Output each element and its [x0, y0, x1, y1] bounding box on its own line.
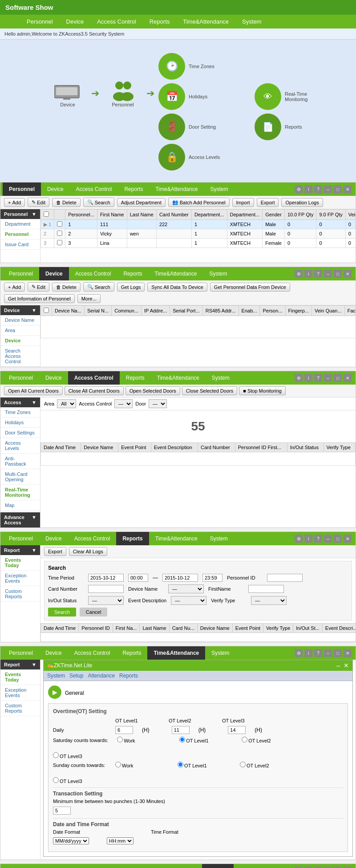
- from-date-input[interactable]: [88, 574, 124, 582]
- delete-button[interactable]: 🗑 Delete: [52, 198, 81, 207]
- rnav-personnel[interactable]: Personnel: [3, 532, 39, 545]
- first-name-input[interactable]: [248, 585, 284, 593]
- tnav-personnel[interactable]: Personnel: [3, 646, 39, 660]
- minimize-icon-t[interactable]: –: [324, 649, 332, 657]
- anav-device[interactable]: Device: [39, 371, 68, 385]
- sidebar-item-ta-exception[interactable]: Exception Events: [0, 685, 40, 701]
- tnav-reports[interactable]: Reports: [116, 646, 147, 660]
- gear-icon-r[interactable]: ⚙: [295, 535, 303, 543]
- tnav-ta[interactable]: Time&Attendance: [147, 646, 205, 660]
- verify-type-select[interactable]: —: [251, 596, 287, 605]
- snav-device[interactable]: Device: [39, 864, 68, 868]
- edit-button[interactable]: ✎ Edit: [28, 198, 49, 207]
- min-val-input[interactable]: [53, 807, 71, 815]
- get-info-button[interactable]: Get Information of Personnel: [4, 294, 75, 303]
- info-icon-r[interactable]: i: [304, 535, 312, 543]
- anav-personnel[interactable]: Personnel: [3, 371, 39, 385]
- close-icon-d[interactable]: ✕: [344, 270, 352, 278]
- nav-device-1[interactable]: Device: [66, 18, 84, 25]
- pnav-ta[interactable]: Time&Attendance: [149, 183, 204, 196]
- to-date-input[interactable]: [162, 574, 198, 582]
- tnav-access[interactable]: Access Control: [68, 646, 117, 660]
- maximize-icon-a[interactable]: □: [334, 374, 342, 382]
- sidebar-item-map[interactable]: Map: [0, 500, 40, 511]
- date-format-select[interactable]: MM/dd/yyyy: [53, 837, 89, 844]
- search-button[interactable]: 🔍 Search: [83, 198, 114, 207]
- sidebar-item-door-settings[interactable]: Door Settings: [0, 428, 40, 438]
- sidebar-item-department[interactable]: Department: [0, 219, 40, 229]
- snav-personnel[interactable]: Personnel: [3, 864, 39, 868]
- gear-icon-t[interactable]: ⚙: [295, 649, 303, 657]
- stop-monitoring-button[interactable]: ■ Stop Monitoring: [239, 386, 286, 395]
- sidebar-item-custom-reports[interactable]: Custom Reports: [0, 586, 40, 602]
- sidebar-group-report[interactable]: Report ▼: [0, 545, 40, 555]
- close-icon-t[interactable]: ✕: [344, 649, 352, 657]
- pnav-personnel[interactable]: Personnel: [3, 183, 41, 196]
- pnav-system[interactable]: System: [204, 183, 234, 196]
- nav-reports-1[interactable]: Reports: [150, 18, 170, 25]
- sidebar-item-ta-events[interactable]: Events Today: [0, 669, 40, 685]
- get-personnel-button[interactable]: Get Personnel Data From Device: [210, 283, 290, 292]
- sidebar-group-access[interactable]: Access ▼: [0, 397, 40, 407]
- question-icon-a[interactable]: ?: [314, 374, 322, 382]
- device-edit-button[interactable]: ✎ Edit: [28, 282, 49, 292]
- ta-popup-close[interactable]: ✕: [344, 662, 349, 669]
- sun-ot3-radio[interactable]: [53, 777, 59, 783]
- anav-reports[interactable]: Reports: [120, 371, 151, 385]
- rnav-ta[interactable]: Time&Attendance: [149, 532, 204, 545]
- ta-tab-system[interactable]: System: [47, 673, 65, 679]
- sat-work-radio[interactable]: [117, 737, 123, 742]
- question-icon-t[interactable]: ?: [314, 649, 322, 657]
- adjust-dept-button[interactable]: Adjust Department: [117, 198, 166, 207]
- rnav-reports[interactable]: Reports: [116, 532, 149, 545]
- close-selected-button[interactable]: Close Selected Doors: [182, 386, 237, 395]
- close-icon-a[interactable]: ✕: [344, 374, 352, 382]
- area-select[interactable]: All: [57, 399, 76, 408]
- minimize-icon-a[interactable]: –: [324, 374, 332, 382]
- dnav-system[interactable]: System: [203, 267, 233, 280]
- card-number-input[interactable]: [88, 585, 124, 593]
- sidebar-item-holidays[interactable]: Holidays: [0, 418, 40, 428]
- sidebar-item-exception-events[interactable]: Exception Events: [0, 571, 40, 586]
- sun-ot2-radio[interactable]: [240, 762, 246, 767]
- maximize-icon-t[interactable]: □: [334, 649, 342, 657]
- sync-all-button[interactable]: Sync All Data To Device: [147, 283, 207, 292]
- row-checkbox[interactable]: [57, 221, 62, 227]
- op-logs-button[interactable]: Operation Logs: [281, 198, 323, 207]
- sidebar-item-multi-card[interactable]: Multi-Card Opening: [0, 469, 40, 485]
- nav-ta-1[interactable]: Time&Attendance: [183, 18, 229, 25]
- info-icon-a[interactable]: i: [304, 374, 312, 382]
- clear-logs-button[interactable]: Clear All Logs: [69, 547, 107, 556]
- select-all-checkbox[interactable]: [44, 211, 49, 217]
- nav-access-1[interactable]: Access Control: [97, 18, 136, 25]
- sidebar-item-search-access[interactable]: Search Access Control: [0, 346, 40, 367]
- dnav-personnel[interactable]: Personnel: [3, 267, 39, 280]
- dnav-device[interactable]: Device: [39, 267, 69, 280]
- minimize-icon-r[interactable]: –: [324, 535, 332, 543]
- in-out-select[interactable]: —: [88, 596, 124, 605]
- access-control-select[interactable]: —: [114, 399, 133, 408]
- sidebar-group-advance[interactable]: Advance Access ▼: [0, 512, 40, 527]
- question-icon-d[interactable]: ?: [314, 270, 322, 278]
- pnav-device[interactable]: Device: [41, 183, 70, 196]
- more-button[interactable]: More...: [77, 294, 101, 303]
- ta-tab-setup[interactable]: Setup: [69, 673, 83, 679]
- sat-ot3-radio[interactable]: [53, 752, 59, 758]
- sidebar-group-device[interactable]: Device ▼: [0, 305, 40, 315]
- table-row[interactable]: ▶ 1 1 111 222 1 XMTECH Male 0 0 0 0: [41, 220, 356, 229]
- device-select-all[interactable]: [44, 308, 49, 313]
- device-name-select[interactable]: —: [168, 584, 204, 593]
- sidebar-item-events-today[interactable]: Events Today: [0, 555, 40, 571]
- tnav-device[interactable]: Device: [39, 646, 68, 660]
- device-delete-button[interactable]: 🗑 Delete: [52, 283, 81, 292]
- get-logs-button[interactable]: Get Logs: [117, 283, 145, 292]
- row-checkbox[interactable]: [57, 240, 62, 245]
- info-icon-d[interactable]: i: [304, 270, 312, 278]
- batch-add-button[interactable]: 👥 Batch Add Personnel: [168, 198, 230, 207]
- nav-system-1[interactable]: System: [242, 18, 261, 25]
- table-row[interactable]: 3 3 Lina 1 XMTECH Female 0 0 0 0: [41, 239, 356, 248]
- nav-personnel-1[interactable]: Personnel: [27, 18, 53, 25]
- event-desc-select[interactable]: —: [171, 596, 206, 605]
- tnav-system[interactable]: System: [205, 646, 235, 660]
- close-icon-r[interactable]: ✕: [344, 535, 352, 543]
